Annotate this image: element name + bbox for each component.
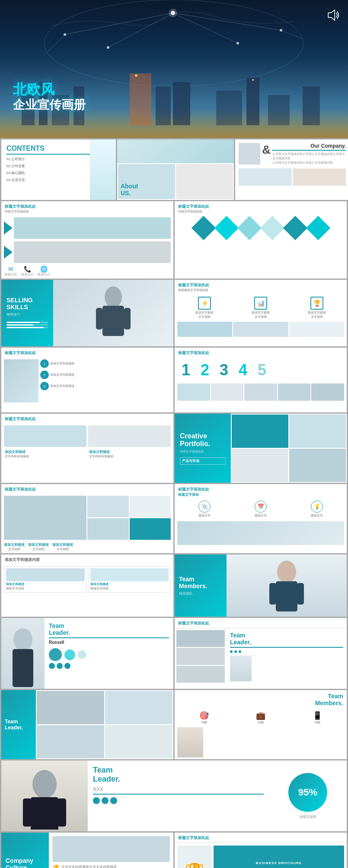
company-img (239, 143, 260, 165)
num-5: 5 (253, 361, 271, 379)
row6-label-3: 添加文和描述 文字说明 (52, 542, 73, 551)
row2-left-sub: 内容文字添加此处 (5, 209, 170, 214)
row8-right-tl: Team Leader. (227, 628, 347, 684)
hero-title-line1: 北欧风 (13, 81, 86, 98)
speaker-icon[interactable] (326, 9, 339, 22)
svg-line-3 (108, 13, 173, 48)
svg-rect-28 (102, 306, 124, 336)
row6-lbl3: 添加文和描述 (52, 542, 73, 547)
culture-title2: Culture. (6, 864, 45, 868)
row-7: 添加文字和描述内容 添加文和描述 描述文字内容 添加文和描述 描述文字内容 Te… (1, 554, 347, 617)
row6-icon-row: 📎 描述文字 📅 描述文字 💡 描述文字 (175, 499, 347, 520)
tl-large-title1: Team (93, 766, 264, 775)
diamond-3 (237, 216, 262, 241)
row9-r-t2: Members. (178, 700, 343, 706)
portfolio-panel: Creative Portfolio. 内容文字添加此处 产品与市场 (175, 414, 231, 483)
svg-point-37 (32, 770, 57, 798)
r9-icon-1: 🎯 功能 (177, 711, 231, 725)
r9-icon-3: 📱 功能 (290, 711, 344, 725)
culture-panel: Company Culture. 企业文化 (1, 833, 49, 868)
slide-contents: CONTENTS 01 公司简介 02 公司业务 03 核心团队 04 企业文化 (1, 139, 116, 200)
tl-large-photo (1, 760, 88, 831)
svg-point-35 (13, 628, 32, 651)
dot-1 (230, 650, 233, 653)
row2-left-photo2 (14, 241, 171, 263)
r-icon-circle-1: 📎 (198, 501, 211, 513)
row6-r-icon-3: 💡 描述文字 (290, 501, 344, 518)
icon-label-1: 提供文字描述 (177, 310, 232, 315)
portfolio-photo-2 (289, 415, 346, 448)
icon-cell-2: 📊 提供文字描述 文字说明 (233, 297, 288, 319)
svg-line-4 (173, 13, 238, 43)
r9-icon-lbl-3: 功能 (290, 720, 344, 725)
brochure-area: BUSINESS BROCHURE (214, 846, 344, 868)
row6-r-icon-1: 📎 描述文字 (177, 501, 232, 518)
svg-point-11 (107, 46, 109, 49)
about-img (117, 139, 234, 163)
row9-r-t1: Team (178, 693, 343, 700)
row4-circle-2: 2 (40, 371, 49, 379)
trophy-img: 🏆 (177, 846, 212, 868)
row4-left-title: 标题文字添加此处 (5, 350, 170, 356)
row2-left-icon1: ✉ 联系方式 (5, 266, 17, 277)
row6-desc1: 文字说明 (4, 547, 25, 551)
num-photos (175, 383, 347, 402)
team-panel: Team Members. 精英团队 (175, 554, 227, 617)
r-icon-circle-3: 💡 (311, 501, 323, 513)
svg-point-9 (64, 33, 66, 36)
slide-portfolio: Creative Portfolio. 内容文字添加此处 产品与市场 (175, 414, 347, 483)
grid-icon-3: 🏆 (310, 297, 323, 310)
row3-right-sub: 内容描述文字添加此处 (178, 288, 343, 292)
num-photo-5 (311, 383, 344, 401)
row4-left-photo (4, 359, 38, 402)
r9-photo-2 (105, 691, 172, 724)
stack-photo-3 (176, 666, 225, 683)
svg-rect-29 (96, 308, 102, 329)
mosaic-photo-2 (87, 496, 129, 517)
row2-left-icon3: 🌐 联系方式 (38, 266, 50, 277)
bar-bg-2 (6, 324, 48, 326)
hero-title: 北欧风 企业宣传画册 (13, 81, 86, 112)
hero-section: 北欧风 企业宣传画册 (0, 0, 348, 138)
bar-bg-1 (6, 322, 48, 323)
portfolio-title: Creative (180, 432, 226, 440)
row3-photo-2 (233, 322, 288, 337)
bar-fill-3 (6, 327, 44, 328)
culture-content: 🏆 企业文化内容描述企业文化内容描述 (49, 833, 173, 868)
row4-text-1: 添加文字内容描述 (50, 361, 74, 366)
grid-icon-2: 📊 (254, 297, 267, 310)
row6-r-icon-2: 📅 描述文字 (233, 501, 288, 518)
row6-right-title: 标题文字添加此处 (178, 487, 343, 492)
bar-fill-1 (6, 322, 40, 323)
diamond-2 (214, 216, 239, 241)
tl-title-l2: Leader. (49, 629, 169, 636)
company-img3 (293, 168, 346, 186)
company-img2 (239, 168, 292, 186)
svg-marker-26 (328, 10, 335, 20)
about-title2: US. (121, 190, 138, 196)
tl-large-title2: Leader. (93, 775, 264, 784)
portfolio-photos (231, 414, 347, 483)
svg-line-5 (43, 35, 65, 56)
slide-selling: SELLING SKILLS 销售技巧 (1, 280, 173, 346)
r-icon-lbl-1: 描述文字 (177, 513, 232, 518)
mosaic-photo-4 (87, 518, 129, 540)
about-photo-2 (176, 164, 233, 199)
slides-container: CONTENTS 01 公司简介 02 公司业务 03 核心团队 04 企业文化 (0, 138, 348, 868)
row-5: 标题文字添加此处 添加文和描述 文字内容添加描述 添加文和描述 文字内容添加描述 (1, 414, 347, 483)
r9-icon-lbl-2: 功能 (234, 720, 288, 725)
svg-point-25 (252, 79, 254, 81)
num-2: 2 (196, 361, 214, 379)
slide-bottom-title: 标题文字添加此处 🏆 BUSINESS BROCHURE (175, 833, 347, 868)
r9-icon-img-2: 💼 (234, 711, 288, 720)
r9-icon-lbl-1: 功能 (177, 720, 231, 725)
row3-right-title: 标题文字添加此处 (178, 282, 343, 288)
portfolio-sub: 内容文字添加此处 (180, 450, 226, 454)
portfolio-label: 产品与市场 (180, 457, 226, 465)
row9-right-header: Team Members. (175, 690, 347, 708)
row-4: 标题文字添加此处 1 添加文字内容描述 2 添加文字内容描述 3 添 (1, 348, 347, 412)
row-6: 标题文字添加此处 添加文和描述 文字说明 添加文和描述 文字说明 (1, 484, 347, 553)
row3-photo-row (175, 322, 347, 337)
num-photo-1 (177, 383, 210, 401)
row-8: Team Leader. Russell (1, 618, 347, 689)
